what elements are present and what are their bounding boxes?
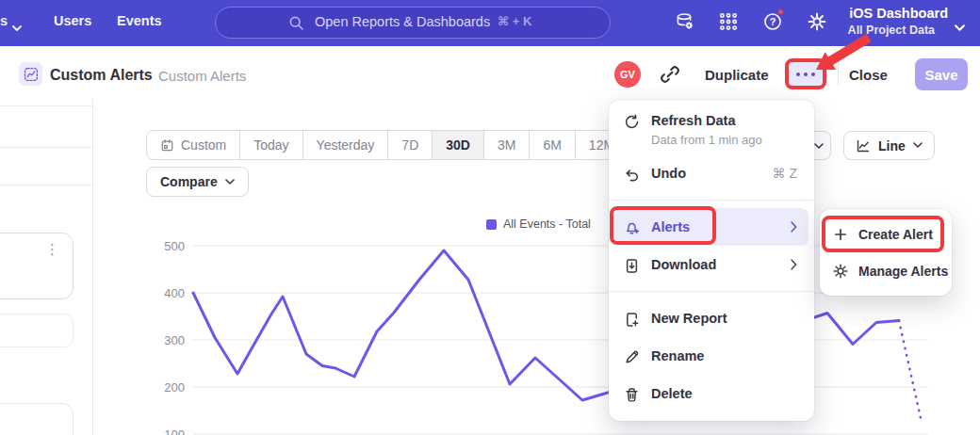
svg-text:?: ?	[770, 16, 776, 27]
chart-type-button[interactable]: Line	[843, 131, 935, 160]
date-range-today[interactable]: Today	[240, 131, 302, 159]
avatar[interactable]: GV	[614, 61, 641, 88]
menu-item-label: New Report	[651, 310, 797, 328]
chevron-down-icon	[814, 143, 824, 150]
date-range-selector: CustomTodayYesterday7D30D3M6M12M	[146, 130, 629, 160]
menu-item-label: Alerts	[651, 218, 783, 236]
download-icon	[624, 258, 640, 274]
menu-divider	[609, 291, 814, 292]
kebab-menu-icon[interactable]: ⋮	[45, 241, 59, 258]
report-icon	[19, 62, 42, 86]
y-axis-tick-label: 500	[164, 239, 185, 253]
compare-label: Compare	[160, 174, 218, 189]
y-axis-tick-label: 300	[164, 333, 185, 347]
sidebar-row-divider	[0, 185, 92, 185]
menu-item-download[interactable]: Download	[609, 246, 814, 283]
copy-link-icon[interactable]	[660, 64, 680, 85]
date-range-custom[interactable]: Custom	[147, 131, 240, 159]
apps-grid-icon[interactable]	[718, 11, 741, 34]
y-axis-tick-label: 200	[164, 380, 185, 395]
nav-item-users[interactable]: Users	[54, 13, 91, 28]
series-dotted-forecast	[899, 321, 922, 423]
sidebar-row-divider	[0, 147, 92, 148]
legend-swatch	[486, 219, 497, 230]
date-range-6m[interactable]: 6M	[530, 131, 575, 159]
bell-plus-icon	[624, 220, 640, 236]
y-axis-tick-label: 400	[164, 286, 185, 300]
compare-button[interactable]: Compare	[146, 167, 249, 197]
save-button[interactable]: Save	[915, 58, 968, 90]
duplicate-button[interactable]: Duplicate	[705, 67, 769, 83]
submenu-item-label: Create Alert	[858, 227, 933, 242]
pencil-icon	[624, 349, 640, 365]
menu-item-undo[interactable]: Undo⌘ Z	[609, 154, 814, 192]
sidebar-card[interactable]: ⋮	[0, 233, 74, 299]
nav-item-events[interactable]: Events	[117, 13, 162, 28]
chart-legend[interactable]: All Events - Total	[486, 218, 591, 231]
chevron-down-icon	[12, 19, 22, 36]
date-range-yesterday[interactable]: Yesterday	[303, 131, 389, 159]
undo-icon	[624, 167, 640, 183]
search-input[interactable]	[315, 12, 494, 31]
sidebar-row-divider	[0, 105, 92, 106]
data-icon[interactable]	[674, 11, 696, 34]
line-chart-icon	[856, 138, 871, 153]
chevron-right-icon	[791, 221, 797, 233]
report-options-menu: Refresh DataData from 1 min agoUndo⌘ ZAl…	[609, 100, 814, 421]
chevron-right-icon	[791, 259, 797, 270]
date-range-label: Yesterday	[317, 137, 375, 153]
sidebar-card[interactable]	[0, 403, 74, 435]
search-icon	[288, 15, 304, 35]
menu-item-label: Rename	[651, 347, 797, 365]
menu-item-subtitle: Data from 1 min ago	[651, 133, 797, 147]
y-axis-tick-label: 100	[164, 427, 185, 435]
chevron-down-icon	[955, 19, 965, 36]
keyboard-shortcut: ⌘ Z	[773, 166, 797, 181]
refresh-icon	[624, 114, 640, 130]
gear-icon	[833, 264, 848, 279]
page-title: Custom Alerts	[50, 67, 153, 84]
menu-item-alerts[interactable]: Alerts	[614, 208, 808, 246]
submenu-item-create-alert[interactable]: Create Alert	[820, 216, 952, 252]
submenu-item-manage-alerts[interactable]: Manage Alerts	[820, 252, 952, 289]
menu-item-rename[interactable]: Rename	[609, 337, 814, 375]
calendar-icon	[160, 138, 174, 153]
chart-type-label: Line	[878, 138, 906, 153]
date-range-label: 30D	[446, 137, 470, 153]
menu-divider	[609, 200, 814, 201]
project-selector-name[interactable]: iOS Dashboard	[782, 6, 948, 21]
menu-item-label: Undo	[651, 165, 773, 183]
new-report-icon	[624, 312, 640, 328]
date-range-label: Today	[253, 137, 288, 153]
menu-item-label: Refresh Data	[651, 112, 797, 130]
date-range-label: 3M	[498, 137, 515, 153]
date-range-7d[interactable]: 7D	[388, 131, 433, 159]
date-range-label: 6M	[543, 137, 561, 153]
breadcrumb: Custom Alerts	[158, 68, 246, 84]
nav-item-partial[interactable]: s	[0, 13, 8, 28]
menu-item-label: Delete	[651, 385, 797, 403]
trash-icon	[624, 387, 640, 403]
date-range-label: Custom	[181, 137, 226, 153]
date-range-30d[interactable]: 30D	[433, 131, 484, 159]
alerts-submenu: Create AlertManage Alerts	[820, 209, 952, 296]
search-shortcut-hint: ⌘ + K	[498, 14, 531, 28]
date-range-3m[interactable]: 3M	[484, 131, 530, 159]
sidebar-card[interactable]	[0, 314, 74, 347]
date-range-label: 7D	[401, 137, 418, 153]
sidebar-vertical-divider	[92, 99, 93, 435]
notification-dot	[776, 8, 785, 16]
chevron-down-icon	[225, 179, 235, 185]
menu-item-refresh-data[interactable]: Refresh DataData from 1 min ago	[609, 107, 814, 154]
plus-icon	[833, 227, 848, 242]
menu-item-new-report[interactable]: New Report	[609, 299, 814, 337]
menu-item-label: Download	[651, 256, 783, 274]
legend-label: All Events - Total	[503, 218, 591, 231]
chevron-down-icon	[913, 142, 923, 149]
annotation-arrow	[807, 32, 874, 79]
submenu-item-label: Manage Alerts	[858, 264, 948, 279]
menu-item-delete[interactable]: Delete	[609, 375, 814, 412]
